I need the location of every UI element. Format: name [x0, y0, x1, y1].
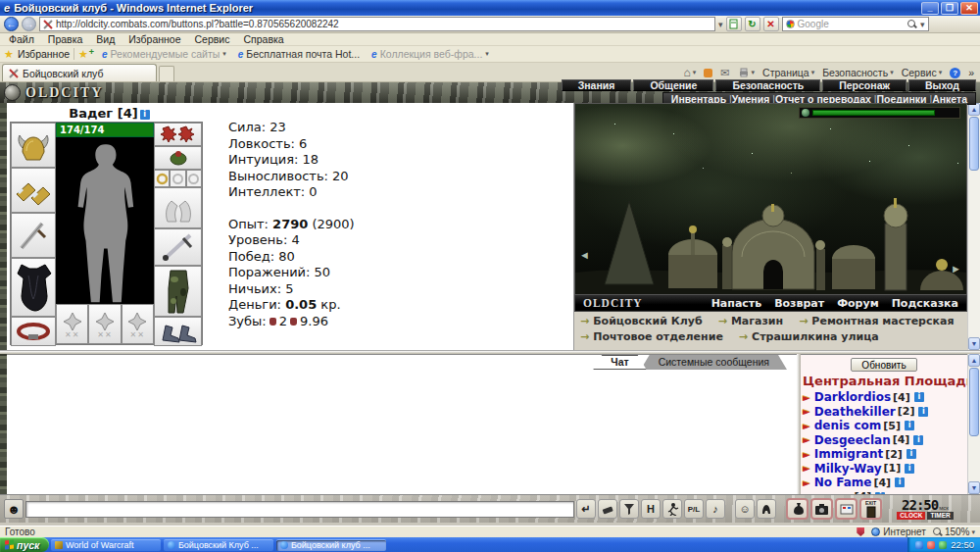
sword-slot[interactable]: [154, 228, 202, 266]
ring-slot[interactable]: [170, 170, 185, 187]
favorite-item-hotmail[interactable]: e Бесплатная почта Hot...: [234, 48, 364, 60]
fight-mode-button[interactable]: [662, 499, 682, 519]
upper-scrollbar[interactable]: ▲ ▼: [967, 103, 980, 350]
nav-button[interactable]: Персонаж: [822, 79, 906, 91]
player-info-icon[interactable]: i: [895, 477, 905, 487]
rss-icon[interactable]: [704, 69, 712, 77]
menu-item[interactable]: Правка: [41, 33, 89, 45]
filter-button[interactable]: [619, 499, 639, 519]
player-name[interactable]: senza: [814, 490, 853, 494]
dagger-slot[interactable]: [11, 213, 56, 258]
menu-item[interactable]: Файл: [2, 33, 41, 45]
ring-slot[interactable]: [186, 170, 202, 187]
city-bar-link[interactable]: Подсказка: [892, 297, 958, 310]
city-left-arrow[interactable]: ◄: [579, 249, 590, 261]
home-button[interactable]: ⌂▾: [684, 66, 697, 79]
compatibility-button[interactable]: [726, 17, 742, 31]
char-info-icon[interactable]: i: [140, 110, 150, 120]
safety-menu[interactable]: Безопасность▾: [822, 67, 894, 78]
page-menu[interactable]: Страница▾: [762, 67, 814, 78]
player-info-icon[interactable]: i: [905, 421, 914, 430]
browser-tab[interactable]: Бойцовский клуб: [2, 64, 157, 81]
attack-icon[interactable]: ►: [803, 392, 810, 403]
more-commands[interactable]: »: [968, 67, 974, 78]
address-dropdown[interactable]: ▾: [718, 20, 723, 29]
tray-icon-blue[interactable]: [915, 541, 923, 549]
city-link[interactable]: →Страшилкина улица: [739, 329, 879, 345]
helmet-slot[interactable]: [11, 123, 56, 168]
medals-slot[interactable]: [154, 123, 202, 146]
nav-button[interactable]: Безопасность: [715, 79, 820, 91]
player-info-icon[interactable]: i: [905, 464, 914, 474]
menu-item[interactable]: Вид: [89, 33, 122, 45]
refresh-button[interactable]: Обновить: [851, 358, 916, 372]
print-button[interactable]: ▾: [738, 68, 756, 77]
send-button[interactable]: ↵: [576, 499, 596, 519]
photo-button[interactable]: [810, 498, 833, 520]
forward-button[interactable]: →: [22, 17, 36, 31]
search-input[interactable]: Google ▾: [782, 17, 929, 31]
exit-button[interactable]: EXIT: [859, 498, 882, 520]
nav-button[interactable]: Знания: [562, 79, 632, 91]
timer-label[interactable]: TIMER: [927, 512, 953, 520]
boots-slot[interactable]: [154, 317, 202, 346]
city-bar-link[interactable]: Возврат: [774, 297, 824, 310]
city-link[interactable]: →Почтовое отделение: [580, 329, 723, 345]
weapon-extra-slot[interactable]: ✕✕: [122, 304, 154, 344]
player-name[interactable]: Milky-Way: [814, 462, 882, 476]
address-input[interactable]: http://oldcity.combats.com/buttons.pl?ba…: [39, 17, 715, 31]
player-info-icon[interactable]: i: [913, 435, 923, 445]
scroll-thumb[interactable]: [969, 117, 979, 171]
scroll-thumb[interactable]: [969, 368, 979, 436]
player-info-icon[interactable]: i: [875, 492, 885, 494]
tab-system-messages[interactable]: Системные сообщения: [641, 355, 787, 370]
player-name[interactable]: Deathekiller: [814, 405, 896, 419]
attack-icon[interactable]: ►: [803, 421, 810, 431]
player-name[interactable]: No Fame: [814, 476, 872, 489]
minimize-button[interactable]: _: [921, 2, 939, 15]
ring-slot[interactable]: [154, 170, 170, 187]
favorite-item-webslices[interactable]: e Коллекция веб-фра... ▾: [368, 48, 493, 60]
close-button[interactable]: ✕: [960, 2, 978, 15]
tools-menu[interactable]: Сервис▾: [902, 67, 942, 78]
player-name[interactable]: Immigrant: [814, 447, 883, 461]
player-info-icon[interactable]: i: [906, 449, 916, 459]
favorites-star-icon[interactable]: ★: [4, 48, 14, 61]
sound-button[interactable]: ♪: [706, 499, 725, 519]
player-name[interactable]: denis com: [814, 419, 882, 432]
menu-item[interactable]: Сервис: [188, 33, 237, 45]
city-bar-link[interactable]: Напасть: [711, 297, 762, 310]
money-button[interactable]: [786, 498, 808, 520]
weapon-extra-slot[interactable]: ✕✕: [56, 304, 88, 344]
city-image[interactable]: ◄ ►: [574, 103, 967, 295]
city-link[interactable]: →Ремонтная мастерская: [799, 314, 954, 329]
city-link[interactable]: →Бойцовский Клуб: [580, 314, 703, 329]
attack-icon[interactable]: ►: [803, 463, 810, 474]
menu-item[interactable]: Справка: [236, 33, 290, 45]
help-icon[interactable]: ?: [950, 68, 960, 78]
armor-slot[interactable]: [11, 258, 56, 317]
taskbar-item-club1[interactable]: Бойцовский Клуб ...: [164, 539, 273, 551]
scroll-down-icon[interactable]: ▼: [968, 481, 980, 494]
chat-input[interactable]: [25, 501, 574, 518]
knight-button[interactable]: [757, 499, 776, 519]
search-dropdown[interactable]: ▾: [920, 20, 925, 29]
city-link[interactable]: →Магазин: [718, 314, 783, 329]
eraser-button[interactable]: [598, 499, 617, 519]
tray-icon-red[interactable]: [927, 541, 935, 549]
attack-icon[interactable]: ►: [803, 477, 810, 488]
player-name[interactable]: Darklordios: [814, 390, 891, 404]
new-tab-button[interactable]: [159, 66, 174, 81]
player-info-icon[interactable]: i: [918, 407, 928, 417]
private-toggle-button[interactable]: P/L: [684, 499, 704, 519]
attack-icon[interactable]: ►: [803, 449, 810, 460]
stop-button[interactable]: ✕: [763, 17, 779, 31]
player-name[interactable]: Desgeeclan: [814, 433, 891, 447]
necklace-slot[interactable]: [11, 317, 56, 346]
favorites-label[interactable]: Избранное: [18, 48, 74, 60]
log-book-button[interactable]: H: [641, 499, 661, 519]
add-favorite-icon[interactable]: ★: [78, 48, 94, 61]
gift-button[interactable]: [835, 498, 858, 520]
search-magnifier-icon[interactable]: [907, 20, 917, 29]
weapon-extra-slot[interactable]: ✕✕: [88, 304, 121, 344]
